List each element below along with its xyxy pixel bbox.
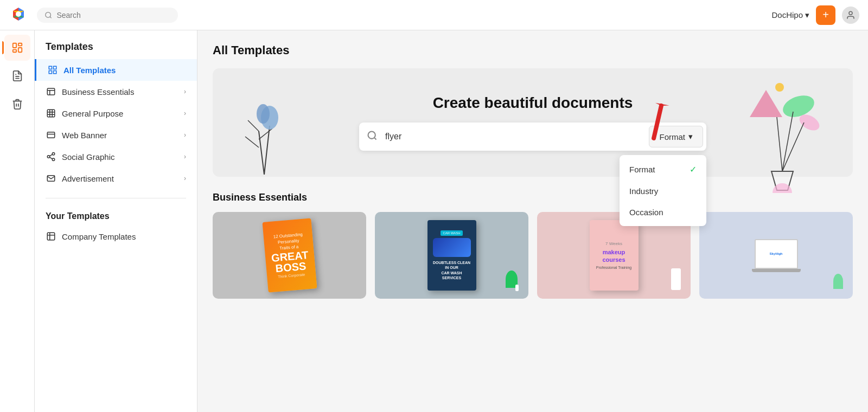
dropdown-item-industry[interactable]: Industry [620, 181, 706, 202]
hero-center: Create beautiful documents Format ▾ [359, 94, 706, 151]
svg-line-29 [49, 154, 52, 156]
chevron-down-icon: ▾ [688, 132, 693, 141]
company-templates-label: Company Templates [62, 232, 136, 241]
chevron-right-icon: › [184, 88, 186, 95]
template-card-carwash[interactable]: CAR WASH DOUBTLESS CLEAN IN OUR CAR WASH… [375, 212, 528, 299]
rail-item-templates[interactable] [4, 35, 30, 61]
web-banner-icon [46, 130, 56, 140]
sidebar-item-general-purpose[interactable]: General Purpose › [35, 102, 197, 124]
advertisement-icon [46, 173, 56, 184]
sidebar-item-advertisement[interactable]: Advertisement › [35, 168, 197, 189]
dropdown-item-occasion[interactable]: Occasion [620, 202, 706, 223]
sidebar: Templates All Templates Business Essenti… [35, 30, 197, 412]
hero-banner: Create beautiful documents Format ▾ [213, 68, 853, 177]
carwash-card-content: CAR WASH DOUBTLESS CLEAN IN OUR CAR WASH… [427, 220, 476, 291]
sidebar-title: Templates [35, 41, 197, 59]
dropdown-industry-label: Industry [629, 186, 658, 196]
svg-line-50 [782, 112, 793, 171]
template-card-laptop[interactable]: SkyHigh [699, 212, 853, 299]
social-graphic-icon [46, 151, 56, 162]
content-area: All Templates [197, 30, 868, 412]
chevron-down-icon: ▾ [805, 10, 809, 20]
svg-point-1 [16, 11, 21, 17]
business-essentials-label: Business Essentials [62, 87, 134, 96]
svg-point-26 [47, 156, 50, 158]
search-input[interactable] [56, 11, 170, 20]
cactus-decoration [833, 274, 843, 289]
hero-search-input[interactable] [385, 125, 646, 148]
svg-point-40 [257, 104, 270, 124]
sidebar-item-social-graphic[interactable]: Social Graphic › [35, 146, 197, 168]
svg-point-27 [52, 158, 55, 161]
vase-white [671, 268, 681, 290]
sidebar-divider [46, 198, 186, 198]
vase-decoration [515, 285, 519, 291]
dropdown-format-label: Format [629, 165, 655, 174]
sidebar-item-company-templates[interactable]: Company Templates [35, 226, 197, 247]
deco-right-plant [739, 74, 837, 195]
svg-rect-15 [47, 88, 55, 95]
svg-rect-7 [12, 50, 16, 53]
boss-card-content: 12 Outstanding Personality Traits of a G… [262, 218, 317, 292]
rail-item-documents[interactable] [4, 63, 30, 89]
svg-point-2 [46, 12, 51, 17]
svg-point-25 [52, 153, 55, 156]
svg-point-41 [368, 131, 375, 138]
sidebar-item-web-banner[interactable]: Web Banner › [35, 124, 197, 146]
search-bar[interactable] [37, 8, 178, 23]
svg-rect-4 [12, 43, 16, 48]
templates-grid: 12 Outstanding Personality Traits of a G… [213, 212, 853, 299]
chevron-right-icon: › [184, 175, 186, 182]
laptop-card-content: SkyHigh [752, 239, 801, 272]
hero-title: Create beautiful documents [359, 94, 706, 112]
svg-rect-13 [54, 71, 56, 74]
svg-rect-23 [47, 132, 55, 138]
makeup-card-content: 7 Weeks makeup courses Professional Trai… [590, 220, 639, 291]
top-navigation: DocHipo ▾ + [0, 0, 868, 30]
format-dropdown-menu: Format ✓ Industry Occasion [620, 155, 706, 226]
format-label: Format [659, 132, 685, 141]
svg-line-35 [245, 137, 259, 147]
format-dropdown-button[interactable]: Format ▾ [649, 126, 703, 147]
svg-line-49 [777, 117, 782, 171]
svg-line-28 [49, 157, 52, 159]
page-title: All Templates [213, 43, 853, 57]
search-icon [44, 11, 52, 20]
your-templates-title: Your Templates [35, 207, 197, 226]
svg-marker-45 [750, 90, 782, 117]
svg-point-47 [775, 83, 784, 92]
svg-line-37 [248, 120, 259, 131]
chevron-right-icon: › [184, 131, 186, 139]
topnav-right: DocHipo ▾ + [771, 5, 859, 25]
svg-rect-12 [54, 66, 56, 69]
dropdown-item-format[interactable]: Format ✓ [620, 158, 706, 181]
brand-name[interactable]: DocHipo ▾ [771, 10, 809, 20]
business-essentials-icon [46, 86, 56, 97]
avatar[interactable] [842, 7, 859, 24]
company-templates-icon [46, 231, 56, 242]
create-new-button[interactable]: + [816, 5, 835, 25]
check-icon: ✓ [690, 164, 697, 175]
all-templates-icon [47, 65, 58, 75]
all-templates-label: All Templates [63, 66, 116, 75]
sidebar-item-business-essentials[interactable]: Business Essentials › [35, 81, 197, 102]
svg-line-51 [782, 123, 804, 171]
main-layout: Templates All Templates Business Essenti… [0, 30, 868, 412]
hero-search-bar[interactable]: Format ▾ Format ✓ Industry Occasi [359, 123, 706, 151]
general-purpose-icon [46, 108, 56, 119]
web-banner-label: Web Banner [62, 131, 107, 140]
logo-icon[interactable] [9, 4, 28, 26]
svg-rect-18 [47, 110, 55, 117]
svg-rect-6 [18, 48, 21, 52]
svg-line-34 [259, 131, 264, 175]
chevron-right-icon: › [184, 153, 186, 160]
rail-item-trash[interactable] [4, 91, 30, 117]
sidebar-item-all-templates[interactable]: All Templates [35, 59, 197, 81]
general-purpose-label: General Purpose [62, 109, 123, 118]
icon-rail [0, 30, 35, 412]
advertisement-label: Advertisement [62, 174, 114, 183]
svg-rect-11 [49, 66, 52, 69]
template-card-boss[interactable]: 12 Outstanding Personality Traits of a G… [213, 212, 366, 299]
svg-rect-31 [47, 233, 55, 240]
svg-rect-5 [18, 43, 21, 46]
